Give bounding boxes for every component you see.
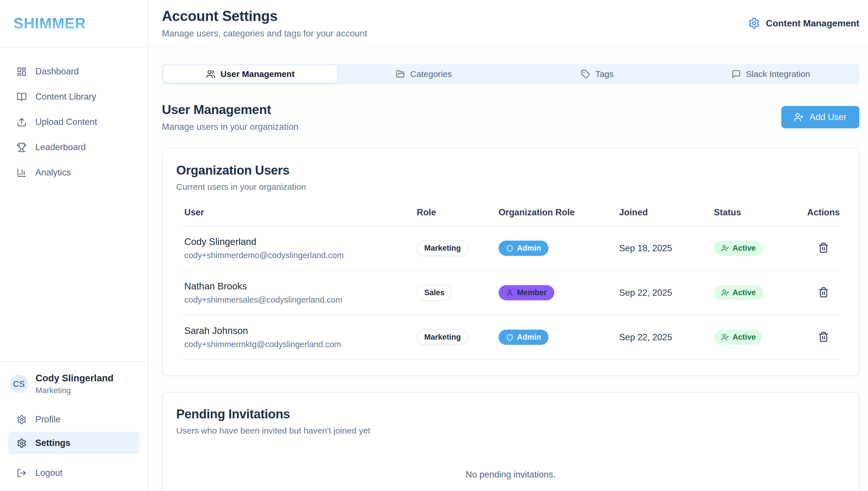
sidebar-item-analytics[interactable]: Analytics <box>8 162 140 184</box>
table-row: Cody Slingerland cody+shimmerdemo@codysl… <box>181 226 840 271</box>
trash-icon <box>818 287 829 298</box>
shield-icon <box>506 244 513 252</box>
app-logo: SHIMMER <box>13 15 86 32</box>
status-cell: Active <box>711 241 804 256</box>
delete-user-button[interactable] <box>816 329 831 345</box>
tab-label: Tags <box>595 69 613 79</box>
column-header-joined: Joined <box>616 207 711 226</box>
organization-users-card: Organization Users Current users in your… <box>162 148 859 376</box>
org-role-badge-admin: Admin <box>499 241 548 256</box>
status-label: Active <box>732 244 756 253</box>
sidebar-item-profile[interactable]: Profile <box>8 408 140 431</box>
sidebar-item-label: Leaderboard <box>35 142 86 152</box>
sidebar-item-settings[interactable]: Settings <box>8 432 140 454</box>
tab-tags[interactable]: Tags <box>511 65 684 83</box>
folder-icon <box>396 69 405 79</box>
status-label: Active <box>732 288 756 297</box>
user-name: Cody Slingerland <box>36 373 113 384</box>
status-badge: Active <box>714 285 763 300</box>
sidebar-item-upload-content[interactable]: Upload Content <box>8 111 140 133</box>
sidebar-item-logout[interactable]: Logout <box>8 462 140 484</box>
status-badge: Active <box>714 241 763 256</box>
user-name: Nathan Brooks <box>184 281 414 292</box>
delete-user-button[interactable] <box>816 285 831 301</box>
table-row: Nathan Brooks cody+shimmersales@codyslin… <box>181 271 840 315</box>
actions-cell <box>804 329 840 345</box>
user-email: cody+shimmerdemo@codyslingerland.com <box>184 251 414 260</box>
user-check-icon <box>721 334 729 341</box>
user-cell: Nathan Brooks cody+shimmersales@codyslin… <box>181 281 414 305</box>
sidebar-item-label: Settings <box>35 438 70 448</box>
section-subtitle: Manage users in your organization <box>162 122 299 132</box>
content-management-label: Content Management <box>766 18 859 29</box>
delete-user-button[interactable] <box>816 240 831 256</box>
card-subtitle: Current users in your organization <box>176 182 845 192</box>
user-email: cody+shimmersales@codyslingerland.com <box>184 295 414 305</box>
sidebar-item-leaderboard[interactable]: Leaderboard <box>8 136 140 158</box>
tab-user-management[interactable]: User Management <box>163 65 337 83</box>
bar-chart-icon <box>17 168 27 178</box>
column-header-org-role: Organization Role <box>496 207 616 226</box>
page-subtitle: Manage users, categories and tags for yo… <box>162 28 367 39</box>
shield-icon <box>506 334 513 341</box>
user-name: Sarah Johnson <box>184 325 414 336</box>
sidebar-item-label: Upload Content <box>35 117 97 127</box>
trash-icon <box>818 331 829 342</box>
tag-icon <box>581 69 590 79</box>
status-label: Active <box>732 333 756 342</box>
logout-icon <box>17 468 27 478</box>
actions-cell <box>804 240 840 256</box>
users-table: User Role Organization Role Joined Statu… <box>181 207 840 360</box>
sidebar-item-label: Logout <box>35 468 63 478</box>
card-title: Organization Users <box>176 163 845 177</box>
joined-cell: Sep 22, 2025 <box>616 332 711 343</box>
user-plus-icon <box>794 112 804 122</box>
sidebar-item-label: Profile <box>35 414 61 425</box>
table-row: Sarah Johnson cody+shimmermktg@codysling… <box>181 315 840 360</box>
dashboard-icon <box>17 67 27 77</box>
tab-slack-integration[interactable]: Slack Integration <box>684 65 857 83</box>
role-badge: Sales <box>417 285 452 300</box>
pending-invitations-card: Pending Invitations Users who have been … <box>162 392 859 491</box>
sidebar-item-dashboard[interactable]: Dashboard <box>8 60 140 83</box>
user-check-icon <box>721 244 729 252</box>
users-icon <box>206 69 215 79</box>
org-role-label: Admin <box>517 333 541 342</box>
user-check-icon <box>721 289 729 297</box>
tab-label: Slack Integration <box>746 69 810 79</box>
app-window: SHIMMER Dashboard Content Library Upload… <box>0 0 868 491</box>
status-cell: Active <box>711 285 804 300</box>
org-role-label: Admin <box>517 244 541 253</box>
main-area: Account Settings Manage users, categorie… <box>148 0 868 491</box>
sidebar-item-label: Dashboard <box>35 66 79 77</box>
section-title: User Management <box>162 102 299 117</box>
settings-tabs: User Management Categories Tags Slack In… <box>162 64 859 84</box>
user-icon <box>506 289 513 297</box>
sidebar-header: SHIMMER <box>0 0 148 47</box>
book-open-icon <box>17 92 27 102</box>
tab-categories[interactable]: Categories <box>337 65 510 83</box>
content-management-chip[interactable]: Content Management <box>748 17 859 29</box>
actions-cell <box>804 285 840 301</box>
card-title: Pending Invitations <box>176 407 845 421</box>
add-user-button[interactable]: Add User <box>781 106 859 128</box>
role-badge: Marketing <box>417 240 469 256</box>
table-header-row: User Role Organization Role Joined Statu… <box>181 207 840 226</box>
trophy-icon <box>17 142 27 152</box>
org-role-badge-admin: Admin <box>499 329 548 345</box>
joined-cell: Sep 22, 2025 <box>616 288 711 298</box>
sidebar-nav: Dashboard Content Library Upload Content… <box>0 47 148 361</box>
user-management-header: User Management Manage users in your org… <box>162 102 859 132</box>
user-email: cody+shimmermktg@codyslingerland.com <box>184 340 414 349</box>
joined-cell: Sep 18, 2025 <box>616 243 711 254</box>
user-management-header-text: User Management Manage users in your org… <box>162 102 299 132</box>
column-header-role: Role <box>414 207 496 226</box>
card-subtitle: Users who have been invited but haven't … <box>176 426 845 436</box>
role-cell: Sales <box>414 285 496 300</box>
sidebar-footer: CS Cody Slingerland Marketing Profile Se… <box>0 361 148 491</box>
sidebar-item-content-library[interactable]: Content Library <box>8 86 140 108</box>
gear-icon <box>17 438 27 448</box>
user-role: Marketing <box>36 386 113 395</box>
org-role-label: Member <box>517 288 547 297</box>
gear-icon <box>748 17 760 29</box>
